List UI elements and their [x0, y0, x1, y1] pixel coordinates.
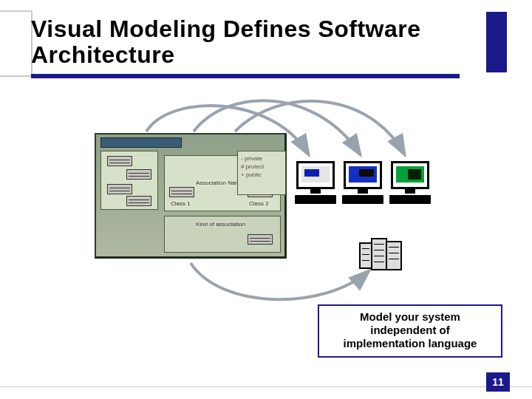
diagram-panel-left — [100, 151, 158, 210]
class-box-icon — [107, 184, 132, 194]
diagram-heading — [100, 137, 182, 148]
page-title: Visual Modeling Defines Software Archite… — [31, 16, 421, 68]
caption-line: implementation language — [327, 337, 494, 350]
title-line1: Visual Modeling Defines Software — [31, 16, 421, 42]
title-underline — [31, 74, 460, 78]
accent-box — [486, 12, 507, 72]
caption-box: Model your system independent of impleme… — [318, 304, 502, 358]
class2-label: Class 2 — [248, 200, 270, 207]
side-outline — [0, 10, 33, 77]
class-box-icon — [169, 187, 194, 197]
server-rack-icon — [359, 238, 403, 273]
class-box-icon — [126, 196, 151, 206]
legend-panel: - private # protect + public — [237, 151, 286, 195]
title-line2: Architecture — [31, 41, 175, 68]
class-box-icon — [248, 234, 273, 245]
class-box-icon — [107, 156, 132, 166]
diagram-panel-bottom: Kind of association — [164, 216, 281, 253]
class1-label: Class 1 — [169, 200, 192, 207]
modeling-diagram: Class 1 Class 2 Association Name Kind of… — [95, 133, 287, 259]
caption-line: Model your system — [327, 310, 494, 324]
workstation-icon — [341, 161, 384, 204]
caption-line: independent of — [327, 324, 494, 337]
footer-rule — [0, 383, 532, 387]
legend-line: + public — [241, 171, 282, 179]
slide: Visual Modeling Defines Software Archite… — [0, 0, 532, 399]
page-number: 11 — [486, 372, 510, 392]
class-box-icon — [126, 169, 151, 180]
kind-label: Kind of association — [194, 221, 247, 228]
legend-line: - private — [241, 154, 282, 163]
legend-line: # protect — [241, 163, 282, 171]
workstation-icon — [389, 161, 432, 204]
workstation-icon — [294, 161, 337, 204]
